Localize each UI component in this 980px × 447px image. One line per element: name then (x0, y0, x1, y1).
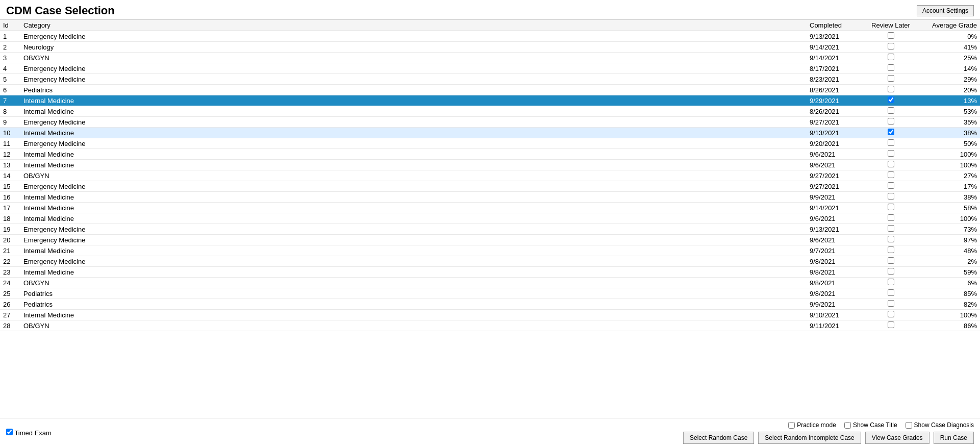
cell-review[interactable] (863, 181, 919, 192)
cell-review[interactable] (863, 138, 919, 149)
table-row[interactable]: 15Emergency Medicine9/27/202117% (0, 181, 980, 192)
table-row[interactable]: 16Internal Medicine9/9/202138% (0, 192, 980, 203)
view-case-grades-button[interactable]: View Case Grades (865, 432, 929, 444)
show-case-diagnosis-checkbox[interactable] (906, 422, 912, 429)
review-later-checkbox[interactable] (888, 268, 894, 275)
table-row[interactable]: 11Emergency Medicine9/20/202150% (0, 138, 980, 149)
account-settings-button[interactable]: Account Settings (917, 5, 974, 16)
cell-review[interactable] (863, 85, 919, 95)
review-later-checkbox[interactable] (888, 75, 894, 82)
cell-review[interactable] (863, 245, 919, 256)
review-later-checkbox[interactable] (888, 118, 894, 125)
review-later-checkbox[interactable] (888, 225, 894, 232)
table-row[interactable]: 25Pediatrics9/8/202185% (0, 288, 980, 299)
review-later-checkbox[interactable] (888, 43, 894, 49)
table-row[interactable]: 19Emergency Medicine9/13/202173% (0, 224, 980, 235)
practice-mode-checkbox[interactable] (788, 422, 795, 429)
review-later-checkbox[interactable] (888, 311, 894, 317)
review-later-checkbox[interactable] (888, 257, 894, 264)
table-row[interactable]: 26Pediatrics9/9/202182% (0, 299, 980, 310)
select-random-case-button[interactable]: Select Random Case (683, 432, 754, 444)
review-later-checkbox[interactable] (888, 96, 894, 103)
review-later-checkbox[interactable] (888, 86, 894, 92)
cell-review[interactable] (863, 31, 919, 42)
review-later-checkbox[interactable] (888, 107, 894, 114)
review-later-checkbox[interactable] (888, 161, 894, 167)
table-row[interactable]: 24OB/GYN9/8/20216% (0, 278, 980, 288)
select-random-incomplete-button[interactable]: Select Random Incomplete Case (758, 432, 861, 444)
table-row[interactable]: 3OB/GYN9/14/202125% (0, 53, 980, 63)
timed-exam-label[interactable]: Timed Exam (6, 429, 52, 437)
review-later-checkbox[interactable] (888, 171, 894, 178)
review-later-checkbox[interactable] (888, 150, 894, 157)
cell-review[interactable] (863, 310, 919, 320)
show-case-diagnosis-label[interactable]: Show Case Diagnosis (906, 421, 974, 429)
review-later-checkbox[interactable] (888, 300, 894, 307)
table-row[interactable]: 22Emergency Medicine9/8/20212% (0, 256, 980, 267)
cell-review[interactable] (863, 63, 919, 74)
table-row[interactable]: 2Neurology9/14/202141% (0, 42, 980, 53)
cell-review[interactable] (863, 106, 919, 117)
cell-review[interactable] (863, 53, 919, 63)
cell-review[interactable] (863, 192, 919, 203)
cell-review[interactable] (863, 170, 919, 181)
table-row[interactable]: 7Internal Medicine9/29/202113% (0, 95, 980, 106)
table-row[interactable]: 6Pediatrics8/26/202120% (0, 85, 980, 95)
table-row[interactable]: 20Emergency Medicine9/6/202197% (0, 235, 980, 245)
table-row[interactable]: 14OB/GYN9/27/202127% (0, 170, 980, 181)
cell-review[interactable] (863, 320, 919, 331)
cell-review[interactable] (863, 256, 919, 267)
cell-review[interactable] (863, 213, 919, 224)
cell-review[interactable] (863, 288, 919, 299)
review-later-checkbox[interactable] (888, 246, 894, 253)
cell-review[interactable] (863, 203, 919, 213)
table-row[interactable]: 17Internal Medicine9/14/202158% (0, 203, 980, 213)
review-later-checkbox[interactable] (888, 139, 894, 146)
review-later-checkbox[interactable] (888, 64, 894, 71)
review-later-checkbox[interactable] (888, 129, 894, 135)
review-later-checkbox[interactable] (888, 321, 894, 328)
cell-review[interactable] (863, 95, 919, 106)
cell-review[interactable] (863, 235, 919, 245)
col-header-category: Category (20, 20, 807, 31)
review-later-checkbox[interactable] (888, 236, 894, 242)
cell-review[interactable] (863, 149, 919, 160)
cell-review[interactable] (863, 128, 919, 138)
table-row[interactable]: 4Emergency Medicine8/17/202114% (0, 63, 980, 74)
table-row[interactable]: 10Internal Medicine9/13/202138% (0, 128, 980, 138)
review-later-checkbox[interactable] (888, 214, 894, 221)
cell-review[interactable] (863, 224, 919, 235)
show-case-title-checkbox[interactable] (844, 422, 851, 429)
table-row[interactable]: 13Internal Medicine9/6/2021100% (0, 160, 980, 170)
review-later-checkbox[interactable] (888, 32, 894, 39)
cell-review[interactable] (863, 74, 919, 85)
table-row[interactable]: 18Internal Medicine9/6/2021100% (0, 213, 980, 224)
table-row[interactable]: 12Internal Medicine9/6/2021100% (0, 149, 980, 160)
cell-review[interactable] (863, 299, 919, 310)
table-row[interactable]: 8Internal Medicine8/26/202153% (0, 106, 980, 117)
practice-mode-label[interactable]: Practice mode (788, 421, 836, 429)
review-later-checkbox[interactable] (888, 204, 894, 210)
cell-review[interactable] (863, 267, 919, 278)
cell-grade: 41% (919, 42, 980, 53)
timed-exam-checkbox[interactable] (6, 429, 13, 435)
cell-review[interactable] (863, 278, 919, 288)
run-case-button[interactable]: Run Case (934, 432, 974, 444)
show-case-title-label[interactable]: Show Case Title (844, 421, 897, 429)
table-row[interactable]: 27Internal Medicine9/10/2021100% (0, 310, 980, 320)
cell-review[interactable] (863, 160, 919, 170)
cell-review[interactable] (863, 42, 919, 53)
table-row[interactable]: 1Emergency Medicine9/13/20210% (0, 31, 980, 42)
table-row[interactable]: 28OB/GYN9/11/202186% (0, 320, 980, 331)
review-later-checkbox[interactable] (888, 279, 894, 285)
cell-id: 25 (0, 288, 20, 299)
table-row[interactable]: 21Internal Medicine9/7/202148% (0, 245, 980, 256)
table-row[interactable]: 23Internal Medicine9/8/202159% (0, 267, 980, 278)
review-later-checkbox[interactable] (888, 54, 894, 60)
table-row[interactable]: 5Emergency Medicine8/23/202129% (0, 74, 980, 85)
review-later-checkbox[interactable] (888, 289, 894, 296)
cell-review[interactable] (863, 117, 919, 128)
table-row[interactable]: 9Emergency Medicine9/27/202135% (0, 117, 980, 128)
review-later-checkbox[interactable] (888, 182, 894, 189)
review-later-checkbox[interactable] (888, 193, 894, 200)
